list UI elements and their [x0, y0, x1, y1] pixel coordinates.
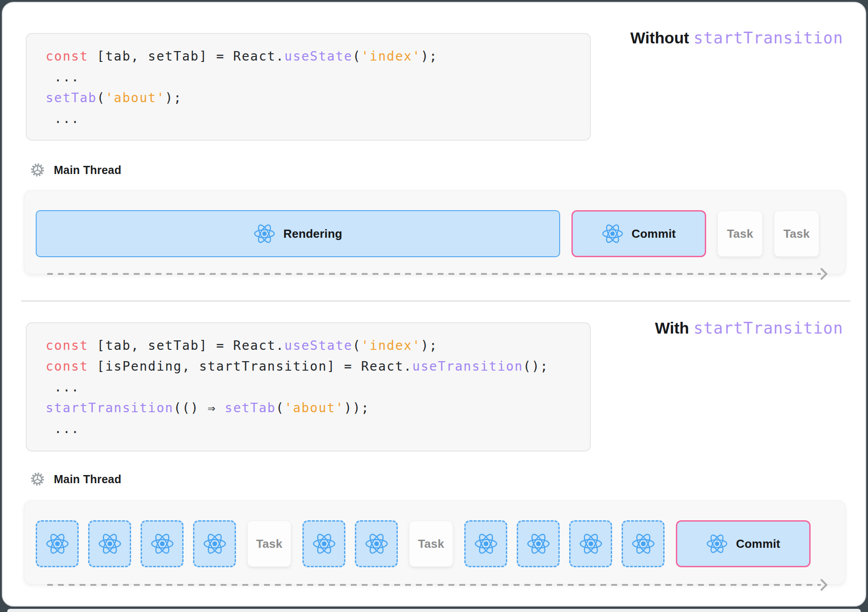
- code-line: const [tab, setTab] = React.useState('in…: [46, 46, 574, 67]
- code-token: ...: [46, 380, 80, 395]
- heading-keyword-code: startTransition: [693, 29, 843, 47]
- render-work-block: [464, 520, 507, 567]
- heading-prefix: With: [655, 319, 693, 337]
- heading-with-starttransition: With startTransition: [655, 318, 843, 338]
- block-label: Task: [256, 537, 282, 551]
- code-line: setTab('about');: [46, 88, 574, 108]
- code-token: );: [421, 49, 438, 64]
- code-token: );: [421, 338, 438, 353]
- render-work-block: [517, 520, 560, 567]
- code-line: ...: [46, 377, 574, 398]
- react-logo-icon: [203, 532, 226, 556]
- code-line: ...: [46, 419, 574, 439]
- code-token: setTab: [225, 400, 276, 415]
- arrowhead-icon: [821, 579, 828, 591]
- main-thread-track-with: Task Task Commit: [24, 500, 845, 584]
- render-work-block: [141, 520, 184, 567]
- code-token: (() ⇒: [174, 400, 225, 415]
- timeline-arrow-without: [47, 273, 821, 275]
- react-logo-icon: [706, 533, 728, 555]
- commit-block: Commit: [676, 520, 811, 567]
- code-token: const: [46, 338, 88, 353]
- code-token: 'index': [361, 49, 421, 64]
- render-work-block: [355, 520, 398, 567]
- render-work-block: [193, 520, 236, 567]
- heading-without-starttransition: Without startTransition: [630, 28, 843, 48]
- gear-icon: [30, 471, 45, 487]
- code-token: startTransition: [46, 400, 174, 415]
- commit-block: Commit: [571, 210, 706, 257]
- code-token: useState: [284, 49, 353, 64]
- main-thread-track-without: Rendering CommitTaskTask: [24, 190, 845, 274]
- heading-prefix: Without: [630, 29, 693, 47]
- react-logo-icon: [602, 223, 623, 245]
- block-label: Commit: [632, 227, 676, 241]
- section-divider: [21, 301, 850, 301]
- block-label: Task: [727, 227, 753, 241]
- react-logo-icon: [312, 532, 336, 556]
- diagram-card: const [tab, setTab] = React.useState('in…: [2, 2, 866, 607]
- react-logo-icon: [254, 223, 275, 245]
- task-block: Task: [717, 211, 763, 257]
- render-work-block: [622, 520, 665, 567]
- code-token: ));: [344, 400, 370, 415]
- code-token: 'about': [284, 400, 344, 415]
- code-token: ...: [46, 421, 80, 436]
- block-label: Task: [418, 537, 444, 551]
- code-token: [isPending, startTransition] = React.: [88, 359, 412, 374]
- code-line: ...: [46, 67, 574, 88]
- react-logo-icon: [579, 532, 603, 556]
- code-token: useState: [284, 338, 353, 353]
- code-token: (: [353, 338, 361, 353]
- code-block-without: const [tab, setTab] = React.useState('in…: [26, 33, 591, 141]
- bottom-card-edge: [7, 609, 861, 612]
- react-logo-icon: [632, 532, 655, 556]
- rendering-block: Rendering: [36, 210, 560, 257]
- block-label: Task: [783, 227, 810, 241]
- render-work-block: [569, 520, 612, 567]
- code-token: (: [353, 49, 361, 64]
- main-thread-label: Main Thread: [54, 473, 121, 486]
- block-label: Rendering: [283, 227, 342, 241]
- code-token: setTab: [46, 90, 97, 105]
- code-token: ();: [523, 359, 549, 374]
- react-logo-icon: [527, 532, 550, 556]
- react-logo-icon: [365, 532, 388, 556]
- code-line: startTransition(() ⇒ setTab('about'));: [46, 398, 574, 419]
- main-thread-label: Main Thread: [54, 164, 121, 177]
- code-token: const: [46, 359, 88, 374]
- main-thread-row-with: Main Thread: [30, 471, 121, 487]
- render-work-block: [88, 520, 131, 567]
- code-token: (: [276, 400, 284, 415]
- code-line: const [isPending, startTransition] = Rea…: [46, 356, 574, 377]
- block-label: Commit: [736, 537, 780, 551]
- arrowhead-icon: [821, 268, 828, 280]
- react-logo-icon: [474, 532, 498, 556]
- render-work-block: [36, 520, 79, 567]
- code-line: const [tab, setTab] = React.useState('in…: [46, 335, 574, 356]
- render-work-block: [302, 520, 345, 567]
- code-token: [tab, setTab] = React.: [88, 338, 284, 353]
- react-logo-icon: [46, 532, 69, 556]
- heading-keyword-code: startTransition: [693, 319, 843, 337]
- code-token: 'index': [361, 338, 421, 353]
- code-line: ...: [46, 108, 574, 129]
- code-token: [tab, setTab] = React.: [88, 49, 284, 64]
- task-block: Task: [774, 211, 819, 257]
- code-token: ...: [46, 111, 80, 126]
- code-token: useTransition: [412, 359, 523, 374]
- timeline-arrow-with: [47, 584, 821, 586]
- code-block-with: const [tab, setTab] = React.useState('in…: [26, 322, 591, 452]
- code-token: const: [46, 49, 88, 64]
- code-token: );: [165, 90, 182, 105]
- task-block: Task: [247, 521, 291, 567]
- main-thread-row-without: Main Thread: [30, 162, 121, 178]
- task-block: Task: [409, 521, 453, 567]
- react-logo-icon: [98, 532, 122, 556]
- code-token: 'about': [105, 90, 165, 105]
- code-token: ...: [46, 70, 80, 85]
- gear-icon: [30, 162, 45, 178]
- react-logo-icon: [151, 532, 174, 556]
- code-token: (: [97, 90, 105, 105]
